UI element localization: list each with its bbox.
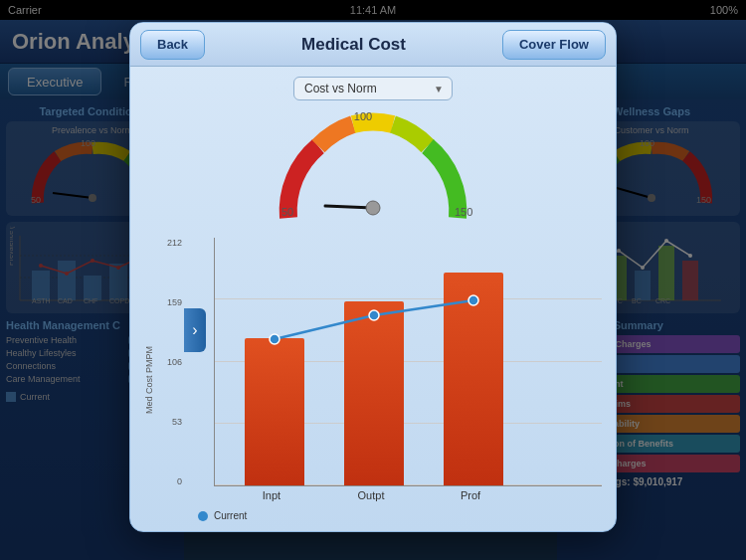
modal-toolbar: Back Medical Cost Cover Flow bbox=[130, 23, 616, 67]
dropdown-arrow-icon: ▼ bbox=[434, 84, 444, 94]
medical-cost-modal: Back Medical Cost Cover Flow Cost vs Nor… bbox=[129, 22, 617, 532]
svg-point-49 bbox=[366, 201, 380, 215]
chart-legend: Current bbox=[158, 510, 602, 521]
main-gauge-svg: 50 100 150 bbox=[264, 108, 482, 228]
svg-text:150: 150 bbox=[455, 206, 472, 218]
bar-inpt bbox=[245, 338, 304, 485]
y-axis-label: Med Cost PMPM bbox=[144, 238, 154, 521]
legend-dot bbox=[198, 511, 208, 521]
svg-text:100: 100 bbox=[354, 110, 372, 122]
y-axis-labels: 212 159 106 53 0 bbox=[158, 238, 186, 486]
modal-overlay: Back Medical Cost Cover Flow Cost vs Nor… bbox=[0, 0, 746, 560]
gauge-container: 50 100 150 bbox=[144, 108, 602, 228]
svg-text:50: 50 bbox=[281, 206, 293, 218]
back-button[interactable]: Back bbox=[140, 30, 205, 60]
chart-wrapper: Med Cost PMPM 212 159 106 53 0 bbox=[144, 238, 602, 521]
bars-row bbox=[215, 238, 602, 485]
cover-flow-button[interactable]: Cover Flow bbox=[502, 30, 606, 60]
bar-prof bbox=[444, 273, 503, 485]
chart-area: 212 159 106 53 0 bbox=[158, 238, 602, 506]
legend-label: Current bbox=[214, 510, 247, 521]
bars-area bbox=[214, 238, 602, 486]
nav-arrow[interactable]: › bbox=[184, 308, 206, 352]
dropdown-container: Cost vs Norm ▼ bbox=[144, 77, 602, 100]
cost-norm-dropdown[interactable]: Cost vs Norm ▼ bbox=[293, 77, 453, 100]
modal-body: Cost vs Norm ▼ bbox=[130, 67, 616, 531]
modal-title: Medical Cost bbox=[301, 35, 406, 55]
bar-outpt bbox=[344, 301, 404, 485]
chart-inner: 212 159 106 53 0 bbox=[158, 238, 602, 521]
x-labels: Inpt Outpt Prof bbox=[186, 489, 602, 501]
